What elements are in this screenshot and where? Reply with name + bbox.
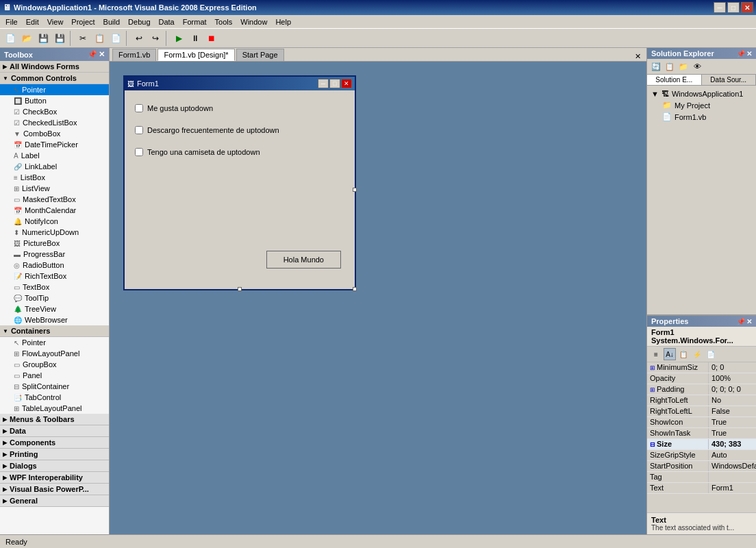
tab-close-button[interactable]: ✕ [635,52,641,61]
sol-properties-btn[interactable]: 📋 [664,60,676,73]
toolbar-redo-btn[interactable]: ↪ [148,31,163,46]
toolbox-pin-btn[interactable]: 📌 [88,50,97,59]
toolbar-save-all-btn[interactable]: 💾 [52,31,67,46]
tab-start-page[interactable]: Start Page [236,49,284,61]
toolbox-item-groupbox[interactable]: ▭ GroupBox [0,359,109,370]
toolbar-undo-btn[interactable]: ↩ [131,31,147,46]
toolbox-item-numericupdown[interactable]: ⬍ NumericUpDown [0,227,109,238]
toolbox-item-webbrowser[interactable]: 🌐 WebBrowser [0,314,109,325]
checkbox-input-1[interactable] [135,104,143,112]
sol-view-btn[interactable]: 👁 [691,60,703,73]
prop-value[interactable]: True [709,417,756,427]
toolbar-copy-btn[interactable]: 📋 [92,31,107,46]
tab-form1-design[interactable]: Form1.vb [Design]* [158,49,234,61]
solution-tab-datasources[interactable]: Data Sour... [702,75,757,85]
close-button[interactable]: ✕ [741,2,753,13]
toolbar-cut-btn[interactable]: ✂ [75,31,90,46]
toolbox-group-menus-toolbars[interactable]: ▶ Menus & Toolbars [0,414,109,425]
toolbox-item-listview[interactable]: ⊞ ListView [0,183,109,194]
toolbox-item-progressbar[interactable]: ▬ ProgressBar [0,249,109,260]
menu-item-view[interactable]: View [43,16,68,27]
sol-refresh-btn[interactable]: 🔄 [650,60,662,73]
toolbox-item-linklabel[interactable]: 🔗 LinkLabel [0,161,109,172]
maximize-button[interactable]: □ [727,2,740,13]
toolbox-item-tablelayoutpanel[interactable]: ⊞ TableLayoutPanel [0,403,109,414]
prop-value[interactable]: 0; 0; 0; 0 [709,384,756,395]
prop-categorized-btn[interactable]: ≡ [650,348,662,360]
toolbox-item-radiobutton[interactable]: ◎ RadioButton [0,260,109,271]
properties-close-btn[interactable]: ✕ [746,318,752,325]
menu-item-build[interactable]: Build [99,16,124,27]
toolbox-group-components[interactable]: ▶ Components [0,437,109,449]
toolbox-item-monthcalendar[interactable]: 📅 MonthCalendar [0,205,109,216]
toolbox-item-checkbox[interactable]: ☑ CheckBox [0,106,109,117]
menu-item-file[interactable]: File [1,16,22,27]
toolbox-item-flowlayoutpanel[interactable]: ⊞ FlowLayoutPanel [0,348,109,359]
toolbox-item-panel[interactable]: ▭ Panel [0,370,109,381]
sol-showfiles-btn[interactable]: 📁 [677,60,690,73]
toolbox-group-common-controls[interactable]: ▼ Common Controls [0,73,109,84]
toolbar-stop-btn[interactable]: ⏹ [204,31,219,46]
toolbox-item-listbox[interactable]: ≡ ListBox [0,172,109,183]
solution-tab-explorer[interactable]: Solution E... [647,75,702,85]
prop-proppage-btn[interactable]: 📄 [705,348,717,360]
prop-value[interactable] [709,472,756,482]
toolbox-close-btn[interactable]: ✕ [99,50,105,59]
toolbox-item-picturebox[interactable]: 🖼 PictureBox [0,238,109,249]
menu-item-window[interactable]: Window [236,16,271,27]
toolbox-item-richtextbox[interactable]: 📝 RichTextBox [0,271,109,282]
menu-item-format[interactable]: Format [179,16,211,27]
toolbox-group-data[interactable]: ▶ Data [0,425,109,437]
form1-maximize-btn[interactable]: □ [329,79,340,88]
toolbox-group-wpf[interactable]: ▶ WPF Interoperability [0,472,109,484]
toolbox-item-textbox[interactable]: ▭ TextBox [0,282,109,292]
toolbar-new-btn[interactable]: 📄 [3,31,18,46]
checkbox-input-3[interactable] [135,148,143,156]
toolbox-group-general[interactable]: ▶ General [0,495,109,507]
solution-explorer-pin-btn[interactable]: 📌 [737,50,745,58]
toolbar-pause-btn[interactable]: ⏸ [188,31,203,46]
resize-handle-bm[interactable] [238,287,242,291]
tab-form1-vb[interactable]: Form1.vb [112,49,156,61]
prop-value[interactable]: No [709,395,756,406]
menu-item-project[interactable]: Project [67,16,99,27]
tree-myproject[interactable]: 📁 My Project [648,99,755,111]
form1-close-btn[interactable]: ✕ [341,79,352,88]
hola-mundo-button[interactable]: Hola Mundo [266,251,341,269]
tree-root[interactable]: ▼ 🏗 WindowsApplication1 [648,88,755,99]
toolbox-item-maskedtextbox[interactable]: ▭ MaskedTextBox [0,194,109,205]
prop-expand-icon[interactable]: ⊟ [650,441,655,448]
toolbox-group-all-windows-forms[interactable]: ▶ All Windows Forms [0,61,109,73]
prop-value[interactable]: Auto [709,450,756,460]
resize-handle-mr[interactable] [353,188,357,192]
prop-value[interactable]: Form1 [709,483,756,493]
prop-properties-btn[interactable]: 📋 [677,348,690,360]
prop-value[interactable]: 430; 383 [709,439,756,449]
toolbar-open-btn[interactable]: 📂 [19,31,34,46]
toolbox-item-notifyicon[interactable]: 🔔 NotifyIcon [0,216,109,227]
prop-value[interactable]: 100% [709,373,756,384]
menu-item-debug[interactable]: Debug [124,16,154,27]
toolbar-start-btn[interactable]: ▶ [171,31,186,46]
toolbox-group-vbpower[interactable]: ▶ Visual Basic PowerP... [0,484,109,495]
solution-explorer-close-btn[interactable]: ✕ [746,50,752,58]
toolbox-item-datetimepicker[interactable]: 📅 DateTimePicker [0,139,109,150]
resize-handle-br[interactable] [353,287,357,291]
toolbox-item-label[interactable]: A Label [0,150,109,161]
menu-item-data[interactable]: Data [155,16,179,27]
toolbox-item-containers-pointer[interactable]: ↖ Pointer [0,337,109,348]
prop-value[interactable]: False [709,406,756,416]
toolbox-item-button[interactable]: 🔲 Button [0,95,109,106]
menu-item-help[interactable]: Help [271,16,295,27]
prop-value[interactable]: True [709,428,756,438]
tree-form1vb[interactable]: 📄 Form1.vb [648,111,755,123]
toolbox-group-printing[interactable]: ▶ Printing [0,449,109,460]
toolbox-item-tabcontrol[interactable]: 📑 TabControl [0,392,109,403]
prop-value[interactable]: WindowsDefa... [709,461,756,471]
toolbox-item-combobox[interactable]: ▼ ComboBox [0,128,109,139]
prop-expand-icon[interactable]: ⊞ [650,364,655,371]
prop-value[interactable]: 0; 0 [709,362,756,373]
prop-expand-icon[interactable]: ⊞ [650,386,655,393]
toolbar-paste-btn[interactable]: 📄 [108,31,123,46]
toolbox-item-tooltip[interactable]: 💬 ToolTip [0,292,109,303]
